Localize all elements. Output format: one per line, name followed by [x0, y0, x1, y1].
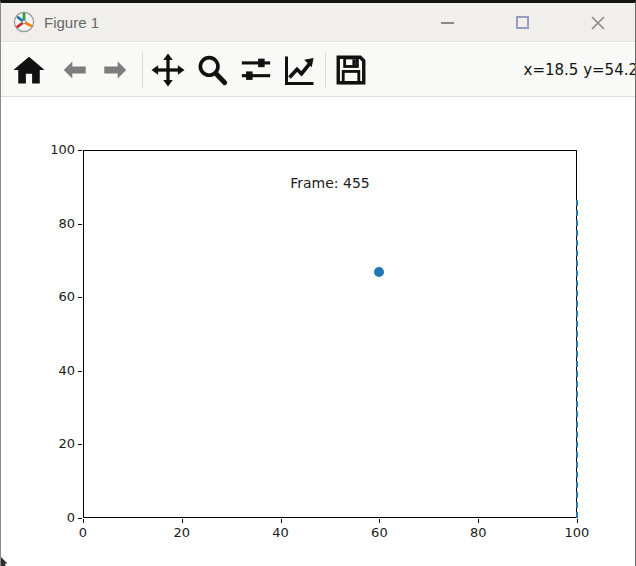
y-tick-label: 100: [5, 142, 75, 158]
y-tick-label: 80: [5, 216, 75, 232]
figure-canvas[interactable]: Frame: 455 020406080100020406080100: [1, 98, 636, 566]
home-button[interactable]: [7, 48, 51, 92]
floppy-disk-icon: [334, 53, 368, 87]
close-button[interactable]: [560, 3, 635, 42]
x-tick-label: 0: [61, 525, 105, 541]
x-tick-label: 40: [259, 525, 303, 541]
y-tick-label: 0: [5, 510, 75, 526]
mouse-cursor-icon: [1, 557, 10, 566]
y-tick-mark: [78, 518, 82, 519]
y-tick-label: 60: [5, 289, 75, 305]
close-icon: [590, 15, 606, 31]
edit-parameters-button[interactable]: [278, 48, 322, 92]
y-tick-label: 20: [5, 436, 75, 452]
pan-button[interactable]: [146, 48, 190, 92]
sliders-icon: [239, 53, 273, 87]
maximize-icon: [516, 16, 529, 29]
y-tick-mark: [78, 444, 82, 445]
dashed-vline: [576, 200, 578, 518]
window-controls: [410, 3, 635, 42]
y-tick-mark: [78, 224, 82, 225]
y-tick-mark: [78, 371, 82, 372]
magnifier-icon: [195, 53, 229, 87]
x-tick-mark: [83, 519, 84, 523]
toolbar-separator: [325, 52, 326, 88]
home-icon: [12, 53, 46, 87]
arrow-left-icon: [56, 53, 90, 87]
minimize-button[interactable]: [410, 3, 485, 42]
y-tick-mark: [78, 150, 82, 151]
x-tick-label: 80: [456, 525, 500, 541]
y-tick-mark: [78, 297, 82, 298]
x-tick-label: 20: [160, 525, 204, 541]
x-tick-label: 60: [357, 525, 401, 541]
line-chart-icon: [282, 52, 318, 88]
toolbar-separator: [142, 52, 143, 88]
figure-window: Figure 1: [0, 0, 636, 566]
frame-annotation: Frame: 455: [290, 175, 370, 191]
toolbar: x=18.5 y=54.2: [1, 43, 635, 97]
zoom-button[interactable]: [190, 48, 234, 92]
titlebar[interactable]: Figure 1: [1, 3, 635, 42]
forward-button[interactable]: [95, 48, 139, 92]
cursor-position-readout: x=18.5 y=54.2: [524, 61, 636, 79]
x-tick-label: 100: [555, 525, 599, 541]
plot-axes[interactable]: [83, 150, 577, 518]
back-button[interactable]: [51, 48, 95, 92]
x-tick-mark: [577, 519, 578, 523]
x-tick-mark: [478, 519, 479, 523]
arrow-right-icon: [100, 53, 134, 87]
maximize-button[interactable]: [485, 3, 560, 42]
configure-subplots-button[interactable]: [234, 48, 278, 92]
move-arrows-icon: [150, 52, 186, 88]
x-tick-mark: [182, 519, 183, 523]
minimize-icon: [441, 22, 454, 24]
matplotlib-logo-icon: [13, 11, 35, 33]
x-tick-mark: [281, 519, 282, 523]
x-tick-mark: [379, 519, 380, 523]
window-title: Figure 1: [44, 14, 99, 31]
save-button[interactable]: [329, 48, 373, 92]
y-tick-label: 40: [5, 363, 75, 379]
